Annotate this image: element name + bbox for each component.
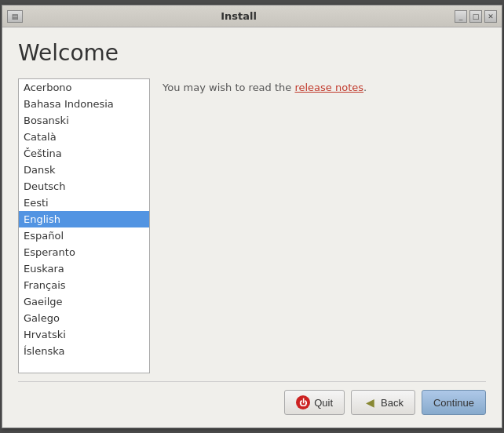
- language-item[interactable]: Hrvatski: [19, 326, 149, 343]
- maximize-button[interactable]: □: [469, 10, 482, 23]
- continue-button[interactable]: Continue: [422, 390, 486, 415]
- titlebar-controls: _ □ ✕: [455, 10, 497, 23]
- back-label: Back: [381, 397, 404, 409]
- right-panel: You may wish to read the release notes.: [163, 78, 486, 373]
- close-button[interactable]: ✕: [484, 10, 497, 23]
- quit-button[interactable]: ⏻ Quit: [284, 390, 345, 415]
- continue-label: Continue: [433, 397, 474, 409]
- language-item[interactable]: English: [19, 211, 149, 227]
- footer: ⏻ Quit ◀ Back Continue: [18, 381, 486, 418]
- main-area: AcerbonoBahasa IndonesiaBosanskiCatalàČe…: [18, 78, 486, 373]
- window-menu-button[interactable]: ▤: [7, 10, 23, 23]
- quit-label: Quit: [314, 397, 333, 409]
- titlebar: ▤ Install _ □ ✕: [2, 5, 502, 27]
- language-item[interactable]: Íslenska: [19, 343, 149, 359]
- language-item[interactable]: Dansk: [19, 162, 149, 178]
- language-list-container: AcerbonoBahasa IndonesiaBosanskiCatalàČe…: [18, 78, 150, 373]
- language-item[interactable]: Español: [19, 227, 149, 244]
- language-item[interactable]: Esperanto: [19, 244, 149, 260]
- language-item[interactable]: Galego: [19, 310, 149, 326]
- language-item[interactable]: Acerbono: [19, 79, 149, 96]
- minimize-button[interactable]: _: [455, 10, 467, 23]
- back-icon: ◀: [363, 396, 377, 409]
- language-item[interactable]: Deutsch: [19, 178, 149, 195]
- language-list[interactable]: AcerbonoBahasa IndonesiaBosanskiCatalàČe…: [19, 79, 149, 373]
- language-item[interactable]: Català: [19, 129, 149, 145]
- page-title: Welcome: [18, 40, 486, 66]
- install-window: ▤ Install _ □ ✕ Welcome AcerbonoBahasa I…: [2, 5, 502, 428]
- release-notes-suffix: .: [363, 82, 367, 93]
- language-item[interactable]: Bahasa Indonesia: [19, 96, 149, 112]
- content-area: Welcome AcerbonoBahasa IndonesiaBosanski…: [2, 27, 502, 428]
- window-title: Install: [23, 10, 455, 22]
- back-button[interactable]: ◀ Back: [351, 390, 415, 415]
- release-notes-prefix: You may wish to read the: [163, 82, 294, 93]
- quit-icon: ⏻: [296, 395, 310, 409]
- language-item[interactable]: Gaeilge: [19, 293, 149, 310]
- release-notes-text: You may wish to read the release notes.: [163, 82, 486, 93]
- language-item[interactable]: Euskara: [19, 260, 149, 277]
- language-item[interactable]: Français: [19, 277, 149, 293]
- language-item[interactable]: Eesti: [19, 195, 149, 211]
- release-notes-link[interactable]: release notes: [294, 82, 363, 93]
- window-menu-icon: ▤: [12, 13, 19, 20]
- language-item[interactable]: Bosanski: [19, 112, 149, 129]
- language-item[interactable]: Čeština: [19, 145, 149, 162]
